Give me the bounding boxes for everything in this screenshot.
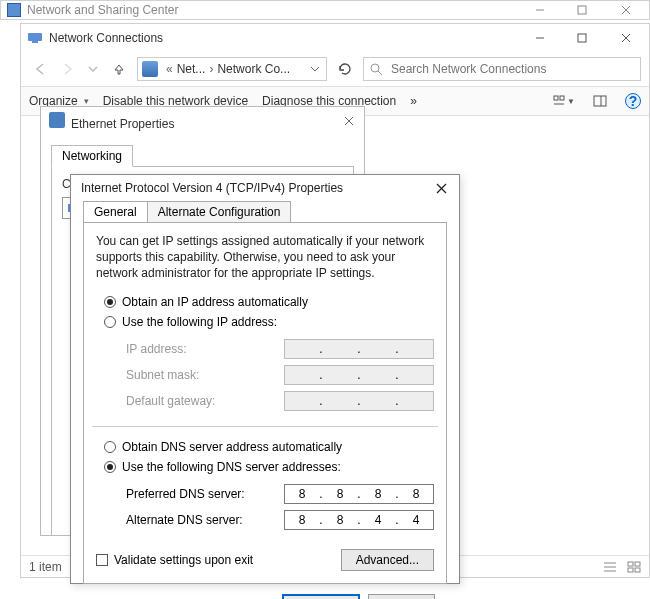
nav-up-button[interactable]	[107, 57, 131, 81]
chevron-right-icon: ›	[205, 62, 217, 76]
view-large-icons-button[interactable]	[627, 561, 641, 573]
breadcrumb[interactable]: « Net... › Network Co...	[137, 57, 327, 81]
tab-general[interactable]: General	[83, 201, 148, 223]
chevron-left-icon[interactable]: «	[162, 62, 177, 76]
svg-rect-7	[578, 34, 586, 42]
radio-icon	[104, 296, 116, 308]
input-subnet-mask: ...	[284, 365, 434, 385]
nsc-title: Network and Sharing Center	[27, 3, 178, 17]
eth-close-button[interactable]	[334, 111, 364, 131]
ok-button[interactable]: OK	[282, 594, 359, 599]
cmd-overflow[interactable]: »	[410, 94, 417, 108]
dialog-ipv4-properties: Internet Protocol Version 4 (TCP/IPv4) P…	[70, 174, 460, 584]
search-input[interactable]	[389, 61, 634, 77]
label-ip-address: IP address:	[126, 342, 186, 356]
search-box[interactable]	[363, 57, 641, 81]
ethernet-icon	[49, 112, 65, 128]
svg-rect-20	[635, 562, 640, 566]
svg-rect-21	[628, 568, 633, 572]
radio-icon	[104, 461, 116, 473]
control-panel-icon	[7, 3, 21, 17]
radio-obtain-dns-automatically[interactable]: Obtain DNS server address automatically	[104, 437, 434, 457]
nav-recent-button[interactable]	[81, 57, 105, 81]
label-alternate-dns: Alternate DNS server:	[126, 513, 243, 527]
nav-forward-button[interactable]	[55, 57, 79, 81]
eth-title: Ethernet Properties	[71, 117, 174, 131]
svg-rect-1	[578, 6, 586, 14]
radio-use-following-dns[interactable]: Use the following DNS server addresses:	[104, 457, 434, 477]
label-default-gateway: Default gateway:	[126, 394, 215, 408]
svg-rect-5	[32, 41, 38, 43]
checkbox-validate-settings[interactable]: Validate settings upon exit	[96, 550, 253, 570]
breadcrumb-seg-2[interactable]: Network Co...	[217, 62, 290, 76]
breadcrumb-dropdown[interactable]	[306, 60, 324, 78]
status-item-count: 1 item	[29, 560, 62, 574]
nc-close-button[interactable]	[603, 28, 649, 48]
input-preferred-dns[interactable]: 8. 8. 8. 8	[284, 484, 434, 504]
help-button[interactable]: ?	[625, 93, 641, 109]
breadcrumb-seg-1[interactable]: Net...	[177, 62, 206, 76]
svg-rect-14	[594, 96, 606, 106]
advanced-button[interactable]: Advanced...	[341, 549, 434, 571]
svg-rect-22	[635, 568, 640, 572]
input-default-gateway: ...	[284, 391, 434, 411]
radio-use-following-ip[interactable]: Use the following IP address:	[104, 312, 434, 332]
svg-rect-12	[554, 96, 558, 100]
svg-rect-4	[28, 33, 42, 41]
tab-networking[interactable]: Networking	[51, 145, 133, 167]
nsc-close-button[interactable]	[603, 0, 649, 20]
view-options-button[interactable]: ▼	[553, 90, 575, 112]
refresh-button[interactable]	[333, 57, 357, 81]
radio-obtain-ip-automatically[interactable]: Obtain an IP address automatically	[104, 292, 434, 312]
ipv4-description: You can get IP settings assigned automat…	[96, 233, 434, 282]
svg-point-10	[371, 64, 379, 72]
nc-maximize-button[interactable]	[561, 28, 603, 48]
network-connections-icon	[27, 30, 43, 46]
nc-minimize-button[interactable]	[519, 28, 561, 48]
nc-title: Network Connections	[49, 31, 163, 45]
svg-rect-19	[628, 562, 633, 566]
address-bar: « Net... › Network Co...	[21, 52, 649, 86]
tab-alternate-configuration[interactable]: Alternate Configuration	[147, 201, 292, 223]
preview-pane-button[interactable]	[589, 90, 611, 112]
label-preferred-dns: Preferred DNS server:	[126, 487, 245, 501]
input-ip-address: ...	[284, 339, 434, 359]
ipv4-close-button[interactable]	[427, 178, 455, 198]
view-details-button[interactable]	[603, 561, 617, 573]
input-alternate-dns[interactable]: 8. 8. 4. 4	[284, 510, 434, 530]
nsc-maximize-button[interactable]	[561, 0, 603, 20]
checkbox-icon	[96, 554, 108, 566]
ipv4-title: Internet Protocol Version 4 (TCP/IPv4) P…	[81, 181, 343, 195]
radio-icon	[104, 316, 116, 328]
cancel-button[interactable]: Cancel	[368, 594, 435, 599]
search-icon	[370, 63, 383, 76]
svg-rect-13	[560, 96, 564, 100]
nsc-minimize-button[interactable]	[519, 0, 561, 20]
svg-line-11	[378, 71, 382, 75]
radio-icon	[104, 441, 116, 453]
label-subnet-mask: Subnet mask:	[126, 368, 199, 382]
window-network-sharing-center: Network and Sharing Center	[0, 0, 650, 20]
nav-back-button[interactable]	[29, 57, 53, 81]
breadcrumb-icon	[142, 61, 158, 77]
